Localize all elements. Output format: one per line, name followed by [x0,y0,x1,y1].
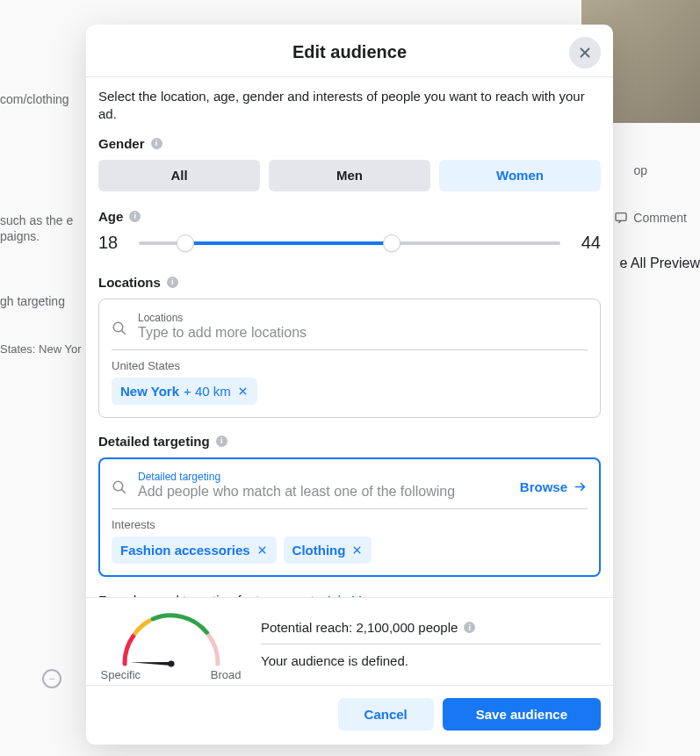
info-icon[interactable]: i [129,211,141,222]
gender-label: Gender i [98,136,601,151]
locations-field-label: Locations [138,312,588,324]
search-icon [112,320,127,336]
bg-such-text: such as the e [0,213,73,227]
targeting-input[interactable] [138,483,509,501]
remove-chip-icon[interactable] [237,385,249,397]
location-chip-newyork[interactable]: New York + 40 km [112,378,257,405]
bg-shop-text: op [633,163,647,177]
locations-search-row: Locations [112,308,588,350]
close-icon [577,45,593,61]
search-icon [112,479,127,495]
browse-link[interactable]: Browse [520,479,588,494]
comment-icon [614,211,628,225]
targeting-card: Detailed targeting Browse Interests Fash… [98,457,601,577]
modal-actions: Cancel Save audience [86,685,613,745]
info-icon[interactable]: i [151,138,162,149]
edit-audience-modal: Edit audience Select the location, age, … [86,25,613,745]
footer-info: Specific Broad Potential reach: 2,100,00… [86,597,613,685]
svg-rect-0 [616,213,626,221]
remove-chip-icon[interactable] [351,544,363,556]
interest-chip-clothing[interactable]: Clothing [284,536,372,564]
age-max-value: 44 [578,233,601,253]
close-button[interactable] [569,37,601,68]
gauge-icon [114,607,228,670]
gender-segmented-control: All Men Women [98,160,601,191]
locations-input[interactable] [138,324,588,342]
interests-label: Interests [112,518,588,531]
audience-defined-text: Your audience is defined. [261,644,601,668]
age-max-thumb[interactable] [383,234,401,252]
svg-point-2 [113,481,123,491]
age-label: Age i [98,209,601,224]
age-min-thumb[interactable] [177,234,194,252]
bg-comment-row: Comment [614,211,687,225]
gauge-specific-label: Specific [101,668,141,681]
gender-women-button[interactable]: Women [439,160,601,191]
bg-minus-circle-icon: − [42,669,61,688]
save-audience-button[interactable]: Save audience [443,698,601,731]
gauge-broad-label: Broad [211,668,242,681]
targeting-label: Detailed targeting i [98,434,601,449]
modal-header: Edit audience [86,25,613,77]
age-slider-row: 18 44 [98,233,601,254]
potential-reach: Potential reach: 2,100,000 people i [261,620,601,644]
age-section: Age i 18 44 [98,209,601,254]
svg-point-1 [113,322,123,332]
age-min-value: 18 [98,233,121,253]
gender-all-button[interactable]: All [98,160,260,191]
modal-body[interactable]: Select the location, age, gender and int… [86,77,613,597]
info-icon[interactable]: i [464,622,475,633]
interest-chip-fashion[interactable]: Fashion accessories [112,536,277,564]
gender-men-button[interactable]: Men [269,160,430,191]
locations-label: Locations i [98,275,601,290]
remove-chip-icon[interactable] [256,544,268,556]
interest-chips: Fashion accessories Clothing [112,536,588,564]
location-chips: New York + 40 km [112,378,588,405]
bg-paigns-text: paigns. [0,229,40,243]
bg-states-text: States: New Yor [0,342,82,356]
cancel-button[interactable]: Cancel [338,698,434,731]
arrow-right-icon [573,479,588,494]
svg-point-3 [168,660,174,666]
locations-country-label: United States [112,359,588,372]
locations-card: Locations United States New York + 40 km [98,299,601,418]
targeting-field-label: Detailed targeting [138,471,509,483]
info-icon[interactable]: i [216,436,227,447]
bg-preview-text: e All Preview [619,256,700,271]
gauge-widget: Specific Broad [98,607,243,681]
modal-title: Edit audience [86,42,613,62]
bg-targeting-text: gh targeting [0,294,65,308]
info-icon[interactable]: i [167,277,178,288]
targeting-search-row: Detailed targeting Browse [112,467,588,509]
age-slider[interactable] [139,233,560,254]
bg-url-text: com/clothing [0,92,69,106]
intro-text: Select the location, age, gender and int… [98,88,601,124]
